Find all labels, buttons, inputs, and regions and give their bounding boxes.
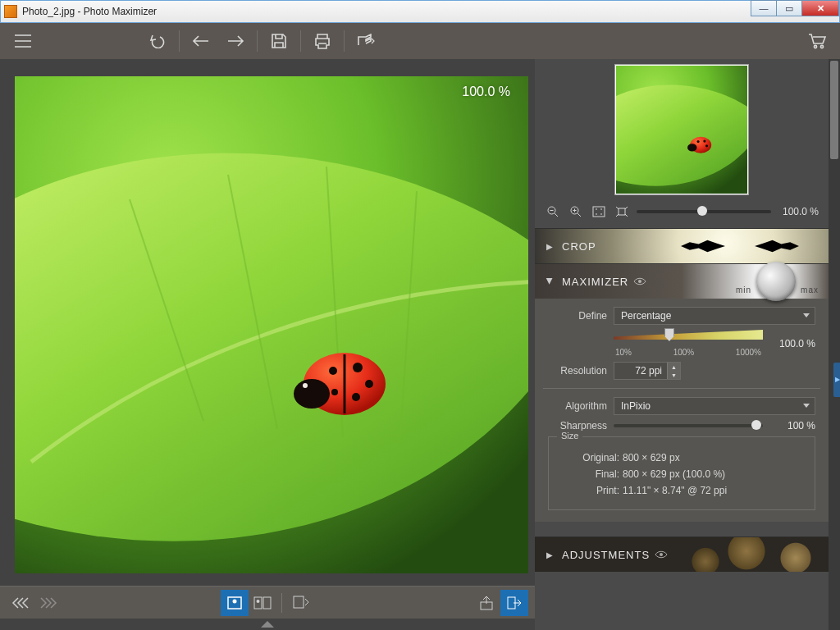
resolution-spinner[interactable]: 72 ppi ▲▼: [614, 362, 681, 380]
algorithm-select[interactable]: InPixio: [614, 397, 815, 415]
spinner-up-icon[interactable]: ▲: [667, 363, 680, 371]
chevron-right-icon: ▶: [546, 242, 554, 251]
print-button[interactable]: [306, 25, 339, 57]
svg-point-4: [294, 379, 330, 409]
footer-separator: [281, 593, 282, 613]
hamburger-icon: [14, 34, 32, 48]
zoom-actual-icon: [615, 206, 628, 217]
size-info-box: Size Original:800 × 629 px Final:800 × 6…: [548, 436, 815, 510]
slider-knob[interactable]: [697, 206, 707, 216]
sharpness-label: Sharpness: [548, 420, 607, 431]
define-select[interactable]: Percentage: [614, 307, 815, 325]
save-icon: [271, 33, 287, 49]
section-adjustments-header[interactable]: ▶ ADJUSTMENTS: [535, 537, 829, 572]
scrollbar-thumb[interactable]: [830, 61, 838, 159]
zoom-fit-button[interactable]: [591, 203, 607, 220]
compare-view-icon: [253, 596, 272, 609]
image-canvas[interactable]: 100.0 %: [15, 76, 528, 573]
panel-expander-tab[interactable]: [833, 363, 840, 397]
svg-point-8: [352, 393, 360, 401]
back-button[interactable]: [185, 25, 217, 57]
arrow-right-icon: [226, 34, 244, 48]
navigator-zoom-value: 100.0 %: [778, 206, 819, 217]
print-icon: [313, 33, 331, 49]
zoom-actual-button[interactable]: [614, 203, 630, 220]
share-button[interactable]: [349, 25, 382, 57]
cart-icon: [807, 33, 827, 49]
crop-decoration: [666, 229, 814, 263]
main-toolbar: [0, 23, 840, 59]
app-icon: [4, 5, 17, 18]
tick-10: 10%: [615, 348, 632, 357]
fit-screen-icon: [293, 596, 309, 610]
svg-point-1: [820, 45, 823, 48]
window-minimize-button[interactable]: —: [751, 0, 777, 16]
toolbar-separator: [257, 30, 258, 52]
define-label: Define: [548, 310, 607, 322]
svg-rect-27: [593, 207, 605, 217]
algorithm-label: Algorithm: [548, 400, 607, 412]
navigator-thumbnail[interactable]: [614, 64, 749, 195]
visibility-eye-icon[interactable]: [633, 276, 646, 288]
zoom-fit-icon: [592, 206, 605, 217]
forward-button[interactable]: [219, 25, 252, 57]
define-percentage-value: 100.0 %: [769, 338, 815, 349]
filmstrip-toggle[interactable]: [0, 619, 535, 630]
toolbar-separator: [300, 30, 301, 52]
svg-point-30: [660, 553, 663, 556]
prev-image-button[interactable]: [7, 590, 34, 616]
max-label: max: [801, 285, 819, 294]
sharpness-value: 100 %: [769, 420, 815, 431]
window-close-button[interactable]: ✕: [801, 0, 839, 16]
next-image-button[interactable]: [34, 590, 62, 616]
size-final-value: 800 × 629 px (100.0 %): [623, 468, 725, 480]
size-original-value: 800 × 629 px: [623, 452, 680, 463]
zoom-slider[interactable]: [637, 210, 771, 213]
svg-rect-28: [619, 208, 625, 215]
spinner-down-icon[interactable]: ▼: [667, 371, 680, 379]
zoom-out-icon: [547, 206, 559, 217]
zoom-out-button[interactable]: [545, 203, 561, 220]
canvas-zoom-label: 100.0 %: [462, 84, 510, 99]
section-crop-title: CROP: [562, 240, 596, 253]
slider-knob[interactable]: [751, 420, 761, 430]
section-maximizer-title: MAXIMIZER: [562, 276, 628, 288]
define-percentage-slider[interactable]: [614, 330, 763, 346]
export-up-button[interactable]: [472, 590, 500, 616]
dial-decoration: [756, 262, 796, 301]
export-right-button[interactable]: [500, 590, 528, 616]
sharpness-slider[interactable]: [614, 424, 763, 427]
svg-rect-14: [263, 597, 271, 609]
menu-button[interactable]: [7, 25, 39, 57]
svg-point-6: [353, 363, 363, 372]
right-panel-scrollbar[interactable]: [829, 59, 840, 630]
svg-point-12: [232, 599, 236, 603]
svg-point-9: [331, 389, 338, 395]
arrow-left-icon: [192, 34, 210, 48]
save-button[interactable]: [262, 25, 295, 57]
svg-point-29: [638, 280, 641, 283]
svg-point-0: [814, 45, 816, 48]
size-original-key: Original:: [573, 452, 619, 463]
gears-decoration: [664, 537, 829, 572]
resolution-value: 72 ppi: [614, 365, 667, 377]
chevron-down-icon: [803, 404, 810, 408]
window-maximize-button[interactable]: ▭: [776, 0, 802, 16]
fit-screen-button[interactable]: [287, 590, 315, 616]
view-compare-button[interactable]: [249, 590, 276, 616]
cart-button[interactable]: [801, 25, 833, 57]
navigator-viewport[interactable]: [615, 65, 748, 194]
zoom-in-button[interactable]: [568, 203, 584, 220]
size-legend: Size: [557, 431, 582, 441]
triple-arrow-right-icon: [39, 597, 57, 609]
section-crop-header[interactable]: ▶ CROP: [535, 229, 829, 263]
section-maximizer-header[interactable]: ▶ MAXIMIZER min max: [535, 264, 829, 299]
undo-button[interactable]: [141, 25, 174, 57]
svg-point-10: [303, 383, 308, 388]
chevron-down-icon: [803, 313, 810, 317]
define-select-value: Percentage: [621, 310, 671, 322]
toolbar-separator: [344, 30, 345, 52]
view-single-button[interactable]: [221, 590, 249, 616]
svg-point-7: [365, 380, 373, 388]
window-titlebar: Photo_2.jpg - Photo Maximizer — ▭ ✕: [0, 0, 840, 23]
